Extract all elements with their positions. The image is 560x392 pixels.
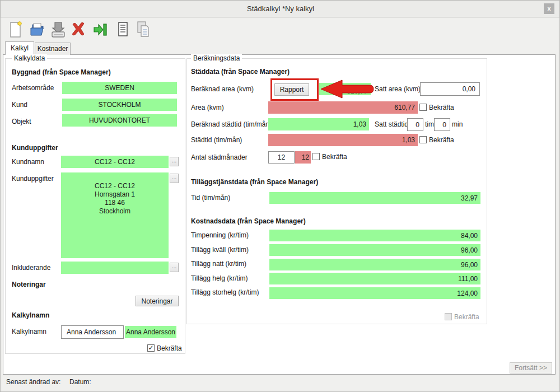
annotation-arrow-icon <box>320 79 374 99</box>
objekt-value: HUVUDKONTORET <box>62 114 177 127</box>
open-folder-icon <box>29 20 45 39</box>
antal-stadmanader-label: Antal städmånader <box>191 153 248 161</box>
kalkylnamn-bekrafta-label: Bekräfta <box>157 344 182 352</box>
inkluderande-label: Inkluderande <box>12 264 50 272</box>
address-line: Stockholm <box>61 207 169 216</box>
stadtid-value: 1,03 <box>268 134 418 146</box>
datum-label: Datum: <box>69 378 91 386</box>
address-line: CC12 - CC12 <box>61 182 169 190</box>
import-icon <box>92 20 109 39</box>
kunduppgifter-browse-button[interactable]: ... <box>170 174 179 183</box>
kalkylnamn-input[interactable]: Anna Andersson <box>61 325 124 339</box>
tillagg-kvall-label: Tillägg kväll (kr/tim) <box>191 246 249 254</box>
kunduppgifter-label: Kunduppgifter <box>12 175 54 183</box>
delete-icon <box>70 20 87 39</box>
tillagg-kvall-value: 96,00 <box>269 244 480 256</box>
kunduppgifter-address: CC12 - CC12 Hornsgatan 1 118 46 Stockhol… <box>61 172 169 258</box>
tillagg-storhelg-label: Tillägg storhelg (kr/tim) <box>191 288 259 296</box>
noteringar-heading: Noteringar <box>12 281 46 288</box>
report-button[interactable] <box>114 20 131 39</box>
kalkylnamn-label: Kalkylnamn <box>12 328 46 335</box>
stadtid-label: Städtid (tim/mån) <box>191 136 242 144</box>
timpenning-label: Timpenning (kr/tim) <box>191 231 249 239</box>
area-bekrafta-label: Bekräfta <box>429 104 454 111</box>
area-bekrafta-checkbox[interactable] <box>419 104 427 111</box>
satt-area-label: Satt area (kvm) <box>375 85 421 93</box>
title-bar: Städkalkyl *Ny kalkyl x <box>1 1 560 17</box>
arbetsomrade-label: Arbetsområde <box>12 84 54 92</box>
kostnadsdata-heading: Kostnadsdata (från Space Manager) <box>191 217 306 225</box>
open-button[interactable] <box>29 20 45 39</box>
import-button[interactable] <box>92 20 109 39</box>
tillagg-natt-label: Tillägg natt (kr/tim) <box>191 260 246 268</box>
tillagg-storhelg-value: 124,00 <box>269 287 480 299</box>
new-document-icon <box>7 20 24 39</box>
copy-icon <box>135 20 152 39</box>
kundnamn-label: Kundnamn <box>12 158 44 166</box>
report-icon <box>114 20 131 39</box>
area-value: 610,77 <box>268 101 418 114</box>
kalkylnamn-heading: Kalkylnamn <box>12 311 49 319</box>
objekt-label: Objekt <box>12 118 31 125</box>
noteringar-button[interactable]: Noteringar <box>136 296 179 306</box>
new-document-button[interactable] <box>7 20 24 39</box>
satt-area-input[interactable]: 0,00 <box>420 82 480 96</box>
staddata-heading: Städdata (från Space Manager) <box>191 68 290 76</box>
beraknad-stadtid-value: 1,03 <box>268 118 369 130</box>
delete-button[interactable] <box>70 20 87 39</box>
group-bekrafta-checkbox[interactable] <box>445 313 452 320</box>
kalkylnamn-bekrafta-checkbox[interactable]: ✓ <box>147 344 155 352</box>
save-button[interactable] <box>50 20 67 39</box>
address-line: 118 46 <box>61 199 169 207</box>
tillaggstjanstdata-heading: Tilläggstjänstdata (från Space Manager) <box>191 178 318 186</box>
senast-andrad-label: Senast ändrad av: <box>6 378 60 386</box>
antal-bekrafta-label: Bekräfta <box>322 153 347 161</box>
kund-label: Kund <box>12 101 27 109</box>
kundnamn-browse-button[interactable]: ... <box>170 157 179 166</box>
antal-bekrafta-checkbox[interactable] <box>312 153 320 160</box>
satt-stadtid-tim-input[interactable]: 0 <box>407 118 423 131</box>
annotation-highlight-rect <box>270 78 319 101</box>
kund-value: STOCKHOLM <box>62 99 177 111</box>
inkluderande-browse-button[interactable]: ... <box>170 263 179 272</box>
tid-value: 32,97 <box>269 192 480 204</box>
kunduppgifter-heading: Kunduppgifter <box>12 144 58 152</box>
kalkylnamn-confirmed-value: Anna Andersson <box>125 326 176 338</box>
tillagg-helg-label: Tillägg helg (kr/tim) <box>191 274 248 282</box>
arbetsomrade-value: SWEDEN <box>62 82 177 94</box>
min-label: min <box>452 120 463 128</box>
tim-label: tim <box>425 120 434 128</box>
antal-stadmanader-value: 12 <box>295 151 311 164</box>
close-button[interactable]: x <box>544 3 554 14</box>
satt-stadtid-min-input[interactable]: 0 <box>434 118 450 131</box>
kalkyldata-group-label: Kalkyldata <box>12 54 47 62</box>
satt-stadtid-label: Satt städtid <box>375 120 408 128</box>
area-label: Area (kvm) <box>191 104 224 111</box>
copy-button[interactable] <box>135 20 152 39</box>
kundnamn-value: CC12 - CC12 <box>61 156 169 168</box>
inkluderande-value <box>61 262 169 274</box>
tab-kalkyl[interactable]: Kalkyl <box>5 41 34 55</box>
beraknad-area-label: Beräknad area (kvm) <box>191 85 254 93</box>
tab-kostnader[interactable]: Kostnader <box>35 43 71 55</box>
byggnad-heading: Byggnad (från Space Manager) <box>12 68 111 76</box>
group-bekrafta-label: Bekräfta <box>454 313 479 321</box>
berakningsdata-group-label: Beräkningsdata <box>191 54 242 62</box>
antal-stadmanader-input[interactable]: 12 <box>268 151 295 164</box>
app-window: Städkalkyl *Ny kalkyl x <box>0 0 560 392</box>
stadtid-bekrafta-label: Bekräfta <box>429 136 454 144</box>
fortsatt-button[interactable]: Fortsätt >> <box>510 362 552 374</box>
address-line: Hornsgatan 1 <box>61 190 169 199</box>
tillagg-helg-value: 111,00 <box>269 273 480 284</box>
window-title: Städkalkyl *Ny kalkyl <box>1 4 560 13</box>
stadtid-bekrafta-checkbox[interactable] <box>419 136 427 143</box>
timpenning-value: 84,00 <box>269 230 480 241</box>
tid-label: Tid (tim/mån) <box>191 194 230 202</box>
beraknad-stadtid-label: Beräknad städtid (tim/mån) <box>191 120 272 128</box>
tillagg-natt-value: 96,00 <box>269 259 480 270</box>
save-icon <box>50 20 67 39</box>
